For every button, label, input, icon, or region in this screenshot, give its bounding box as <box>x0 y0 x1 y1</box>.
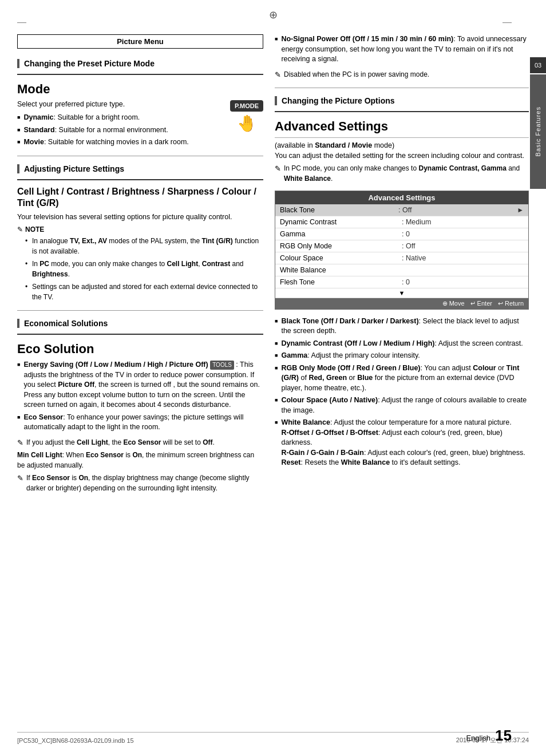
adv-table-header: Advanced Settings <box>275 191 528 204</box>
adv-subtitle2: You can adjust the detailed setting for … <box>275 152 529 160</box>
adv-pc-note: In PC mode, you can only make changes to… <box>275 163 529 184</box>
side-tab-label: Basic Features <box>535 106 541 156</box>
side-tab-number: 03 <box>530 57 546 73</box>
item-text: Standard: Suitable for a normal environm… <box>23 125 168 136</box>
eco-sensor-note-2: If Eco Sensor is On, the display brightn… <box>17 473 263 493</box>
no-signal-item: No-Signal Power Off (Off / 15 min / 30 m… <box>275 34 529 65</box>
main-content: Picture Menu Changing the Preset Picture… <box>0 0 546 756</box>
note-items: In analogue TV, Ext., AV modes of the PA… <box>17 236 263 302</box>
left-column: Picture Menu Changing the Preset Picture… <box>17 34 263 733</box>
adv-row-black-tone[interactable]: Black Tone : Off ► <box>275 204 528 216</box>
list-item: Dynamic: Suitable for a bright room. <box>17 113 224 123</box>
preset-section-title: Changing the Preset Picture Mode <box>17 59 263 68</box>
pencil-icon: ✎ <box>17 225 23 233</box>
eco-sensor-sub-note: If you adjust the Cell Light, the Eco Se… <box>17 437 263 448</box>
adv-down-arrow: ▼ <box>275 288 528 298</box>
right-column: No-Signal Power Off (Off / 15 min / 30 m… <box>275 34 529 733</box>
desc-gamma-text: Gamma: Adjust the primary colour intensi… <box>281 351 420 361</box>
list-item: Standard: Suitable for a normal environm… <box>17 125 224 136</box>
pmode-container: P.MODE 🤚 <box>230 100 263 133</box>
adv-arrow-black-tone: ► <box>517 206 524 214</box>
eco-solution-heading: Eco Solution <box>17 342 263 357</box>
footer-file: [PC530_XC]BN68-02693A-02L09.indb 15 <box>17 737 134 744</box>
adv-label-dynamic-contrast: Dynamic Contrast <box>280 218 402 226</box>
note-item-2: In PC mode, you can only make changes to… <box>25 259 263 279</box>
preset-section-line <box>17 74 263 75</box>
adv-row-gamma[interactable]: Gamma : 0 <box>275 228 528 240</box>
footer-return: ↩ Return <box>498 300 524 307</box>
adv-value-colour-space: : Native <box>402 254 524 262</box>
page-number-area: English 15 <box>466 727 512 745</box>
adv-label-colour-space: Colour Space <box>280 254 402 262</box>
adv-value-flesh-tone: : 0 <box>402 278 524 286</box>
adv-label-black-tone: Black Tone <box>280 206 398 214</box>
advanced-settings-heading: Advanced Settings <box>275 119 529 134</box>
mode-list: Dynamic: Suitable for a bright room. Sta… <box>17 113 263 148</box>
note-item-3: Settings can be adjusted and stored for … <box>25 282 263 302</box>
adv-value-rgb-only: : Off <box>402 242 524 250</box>
list-item: Movie: Suitable for watching movies in a… <box>17 137 224 148</box>
adv-row-colour-space[interactable]: Colour Space : Native <box>275 252 528 264</box>
cell-light-subtitle: Your television has several setting opti… <box>17 213 263 221</box>
corner-mark-right: — <box>503 17 512 27</box>
footer-enter: ↵ Enter <box>470 300 492 307</box>
page-container: ⊕ — — Basic Features 03 Picture Menu Cha… <box>0 0 546 756</box>
adv-label-white-balance: White Balance <box>280 266 402 274</box>
desc-dynamic-contrast: Dynamic Contrast (Off / Low / Medium / H… <box>275 339 529 349</box>
adv-row-dynamic-contrast[interactable]: Dynamic Contrast : Medium <box>275 216 528 228</box>
adv-label-rgb-only: RGB Only Mode <box>280 242 402 250</box>
item-text: Dynamic: Suitable for a bright room. <box>23 113 140 123</box>
side-tab: Basic Features <box>530 74 546 189</box>
note-item-1: In analogue TV, Ext., AV modes of the PA… <box>25 236 263 256</box>
page-footer: [PC530_XC]BN68-02693A-02L09.indb 15 2010… <box>17 732 529 745</box>
adv-desc-list: Black Tone (Off / Dark / Darker / Darkes… <box>275 316 529 468</box>
desc-gamma: Gamma: Adjust the primary colour intensi… <box>275 351 529 361</box>
note-text: NOTE <box>25 225 44 233</box>
desc-black-tone-text: Black Tone (Off / Dark / Darker / Darkes… <box>281 316 529 337</box>
footer-move: ⊕ Move <box>442 300 465 307</box>
economical-section-line <box>17 334 263 335</box>
adjusting-section-title: Adjusting Picture Settings <box>17 164 263 173</box>
item-text: Movie: Suitable for watching movies in a… <box>23 137 188 148</box>
adv-value-dynamic-contrast: : Medium <box>402 218 524 226</box>
cell-light-heading: Cell Light / Contrast / Brightness / Sha… <box>17 186 263 210</box>
desc-rgb-only-mode: RGB Only Mode (Off / Red / Green / Blue)… <box>275 363 529 394</box>
pmode-button: P.MODE <box>230 100 263 112</box>
adv-row-white-balance[interactable]: White Balance <box>275 264 528 276</box>
page-number: 15 <box>495 727 512 745</box>
divider-2 <box>17 310 263 311</box>
eco-list: Energy Saving (Off / Low / Medium / High… <box>17 360 263 433</box>
desc-colour-space-text: Colour Space (Auto / Native): Adjust the… <box>281 395 529 415</box>
tools-badge: TOOLS <box>210 361 234 370</box>
picture-menu-header: Picture Menu <box>17 34 263 49</box>
compass-icon: ⊕ <box>269 9 278 21</box>
note-label: ✎ NOTE <box>17 225 263 233</box>
no-signal-pc-note: Disabled when the PC is in power saving … <box>275 69 529 80</box>
adv-table-footer: ⊕ Move ↵ Enter ↩ Return <box>275 298 528 309</box>
desc-white-balance: White Balance: Adjust the colour tempera… <box>275 418 529 468</box>
desc-white-balance-text: White Balance: Adjust the colour tempera… <box>281 418 529 468</box>
advanced-settings-table: Advanced Settings Black Tone : Off ► Dyn… <box>275 191 529 310</box>
mode-subtitle: Select your preferred picture type. <box>17 100 263 108</box>
desc-dynamic-contrast-text: Dynamic Contrast (Off / Low / Medium / H… <box>281 339 523 349</box>
adv-label-gamma: Gamma <box>280 230 402 238</box>
adjusting-section-line <box>17 179 263 180</box>
adv-top-rule <box>275 137 529 138</box>
adv-label-flesh-tone: Flesh Tone <box>280 278 402 286</box>
no-signal-text: No-Signal Power Off (Off / 15 min / 30 m… <box>281 34 529 65</box>
eco-item-1-text: Energy Saving (Off / Low / Medium / High… <box>23 360 263 410</box>
adv-value-black-tone: : Off <box>398 206 517 214</box>
english-label: English <box>466 734 490 742</box>
hand-icon: 🤚 <box>230 114 263 133</box>
changing-options-title: Changing the Picture Options <box>275 96 529 105</box>
adv-row-rgb-only[interactable]: RGB Only Mode : Off <box>275 240 528 252</box>
desc-colour-space: Colour Space (Auto / Native): Adjust the… <box>275 395 529 415</box>
desc-black-tone: Black Tone (Off / Dark / Darker / Darkes… <box>275 316 529 337</box>
desc-rgb-text: RGB Only Mode (Off / Red / Green / Blue)… <box>281 363 529 394</box>
mode-heading: Mode <box>17 82 263 97</box>
adv-row-flesh-tone[interactable]: Flesh Tone : 0 <box>275 276 528 288</box>
note-section: ✎ NOTE In analogue TV, Ext., AV modes of… <box>17 225 263 302</box>
divider-1 <box>17 156 263 156</box>
divider-3 <box>275 88 529 88</box>
eco-item-2: Eco Sensor: To enhance your power saving… <box>17 413 263 433</box>
